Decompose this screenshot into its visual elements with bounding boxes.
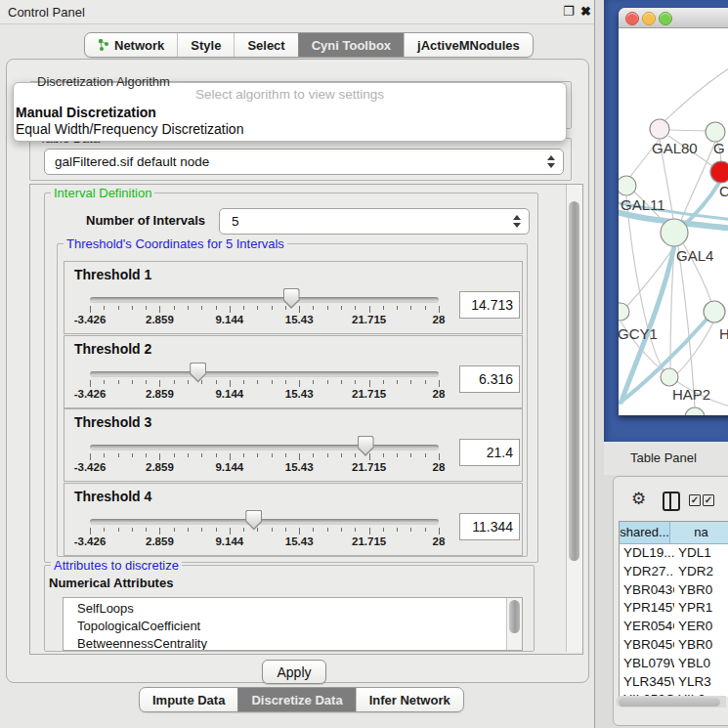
- table-row[interactable]: YDR27...YDR2: [620, 563, 728, 581]
- split-columns-icon[interactable]: [663, 492, 680, 511]
- tab-select[interactable]: Select: [234, 33, 297, 57]
- network-node-label: GAL11: [621, 196, 665, 213]
- tab-infer-network[interactable]: Infer Network: [356, 688, 463, 711]
- slider-tick-label: -3.426: [59, 535, 121, 547]
- tab-style[interactable]: Style: [177, 33, 234, 57]
- mac-minimize-button[interactable]: [642, 12, 656, 25]
- attributes-group: Attributes to discretize Numerical Attri…: [44, 565, 535, 652]
- checkbox-icon[interactable]: ✓: [689, 494, 701, 506]
- checkbox-icon[interactable]: ✓: [703, 494, 714, 506]
- threshold-row: Threshold 3 21.4 -3.4262.8599.14415.4321…: [64, 408, 523, 482]
- network-node[interactable]: [661, 368, 678, 386]
- algorithm-option[interactable]: Manual Discretization: [16, 105, 563, 120]
- slider-tick-label: 9.144: [198, 314, 261, 325]
- tab-label: Network: [114, 38, 164, 53]
- float-window-icon[interactable]: ❐: [563, 4, 575, 19]
- network-node-label: GAL4: [676, 247, 713, 264]
- table-row[interactable]: YBR045CYBR0: [620, 636, 728, 655]
- network-node[interactable]: [704, 301, 725, 322]
- table-row[interactable]: YLR345WYLR3: [620, 673, 728, 692]
- gear-icon[interactable]: ⚙: [631, 489, 646, 509]
- num-intervals-combo[interactable]: 5: [219, 208, 530, 235]
- slider-ticks: [90, 528, 440, 535]
- slider-tick-label: 21.715: [338, 388, 401, 400]
- table-panel-title: Table Panel: [630, 450, 697, 465]
- network-edge[interactable]: [664, 65, 728, 121]
- apply-button[interactable]: Apply: [262, 660, 326, 684]
- table-cell: YPR145W: [620, 599, 674, 618]
- mac-close-button[interactable]: [625, 12, 639, 25]
- tab-network[interactable]: Network: [85, 33, 177, 57]
- thresholds-group-title: Threshold's Coordinates for 5 Intervals: [64, 236, 287, 251]
- slider-track[interactable]: [90, 297, 439, 303]
- table-column-header[interactable]: shared...: [620, 522, 670, 543]
- table-cell: YDR27...: [620, 563, 674, 581]
- network-node-label: GCY1: [619, 325, 658, 342]
- table-data-combo[interactable]: galFiltered.sif default node: [44, 149, 564, 175]
- table-horizontal-scrollbar[interactable]: [616, 696, 726, 707]
- slider-tick-label: 28: [407, 535, 470, 547]
- attributes-listbox[interactable]: SelfLoopsTopologicalCoefficientBetweenne…: [63, 597, 523, 651]
- network-edge[interactable]: [678, 246, 695, 407]
- attribute-list-item[interactable]: TopologicalCoefficient: [64, 618, 522, 635]
- attribute-list-item[interactable]: BetweennessCentrality: [64, 635, 522, 651]
- table-row[interactable]: YBL079WYBL0: [620, 655, 728, 673]
- network-icon: [98, 38, 109, 52]
- combo-arrows-icon: [513, 215, 521, 228]
- slider-tick-label: 15.43: [268, 388, 330, 400]
- control-panel-titlebar: Control Panel ❐ ✖: [0, 0, 594, 24]
- slider-tick-label: -3.426: [59, 388, 121, 400]
- table-cell: YDR2: [674, 563, 728, 581]
- tab-jactivemnodules[interactable]: jActiveMNodules: [404, 33, 533, 57]
- network-view-window: GAL80GCGAL11GAL4GCY1HHAP2: [619, 8, 728, 415]
- table-column-header[interactable]: na: [670, 522, 728, 543]
- algorithm-popup-hint: Select algorithm to view settings: [14, 87, 566, 102]
- slider-tick-label: 21.715: [338, 535, 401, 547]
- attribute-list-item[interactable]: SelfLoops: [64, 600, 522, 618]
- table-row[interactable]: YPR145WYPR1: [620, 599, 728, 618]
- tab-impute-data[interactable]: Impute Data: [140, 688, 237, 711]
- table-row[interactable]: YBR043CYBR0: [620, 581, 728, 600]
- node-attribute-table[interactable]: shared...na YDL19...YDL1YDR27...YDR2YBR0…: [619, 521, 728, 697]
- tab-cyni-toolbox[interactable]: Cyni Toolbox: [298, 33, 404, 57]
- network-canvas[interactable]: GAL80GCGAL11GAL4GCY1HHAP2: [619, 28, 728, 415]
- interval-definition-group-title: Interval Definition: [51, 186, 154, 200]
- threshold-label: Threshold 3: [74, 414, 151, 430]
- mac-zoom-button[interactable]: [659, 12, 672, 25]
- network-node[interactable]: [619, 176, 636, 195]
- tab-label: Select: [247, 38, 284, 53]
- algorithm-option[interactable]: Equal Width/Frequency Discretization: [16, 121, 563, 137]
- attributes-scrollbar-thumb[interactable]: [509, 600, 520, 633]
- network-node-label: C: [719, 183, 728, 199]
- slider-tick-label: 15.43: [268, 535, 330, 547]
- network-node[interactable]: [710, 161, 728, 183]
- slider-tick-label: 9.144: [198, 388, 261, 400]
- network-node[interactable]: [685, 407, 705, 415]
- tab-discretize-data[interactable]: Discretize Data: [237, 688, 355, 711]
- settings-scrollpane: Interval Definition Number of Intervals …: [29, 184, 583, 655]
- slider-tick-label: 2.859: [128, 535, 191, 547]
- network-node[interactable]: [661, 219, 688, 246]
- table-cell: YLR345W: [620, 673, 674, 692]
- slider-track[interactable]: [90, 445, 439, 450]
- network-node[interactable]: [706, 122, 725, 142]
- table-cell: YBL079W: [620, 655, 674, 673]
- vertical-scrollbar[interactable]: [566, 185, 582, 652]
- vertical-scrollbar-thumb[interactable]: [569, 201, 579, 561]
- table-row[interactable]: YER054CYER0: [620, 618, 728, 636]
- tab-label: Impute Data: [152, 693, 225, 707]
- numerical-attributes-label: Numerical Attributes: [49, 576, 173, 590]
- slider-tick-label: 9.144: [198, 461, 261, 473]
- attributes-scrollbar[interactable]: [506, 598, 522, 650]
- table-row[interactable]: YDL19...YDL1: [620, 544, 728, 563]
- table-horizontal-scrollbar-thumb[interactable]: [619, 698, 720, 707]
- network-edge[interactable]: [669, 130, 706, 131]
- slider-ticks: [90, 380, 440, 388]
- network-node[interactable]: [650, 119, 669, 139]
- slider-track[interactable]: [90, 519, 439, 525]
- slider-track[interactable]: [90, 371, 439, 377]
- table-cell: YBL0: [674, 655, 728, 673]
- slider-ticks: [90, 453, 440, 461]
- close-icon[interactable]: ✖: [580, 4, 591, 19]
- num-intervals-label: Number of Intervals: [86, 213, 205, 228]
